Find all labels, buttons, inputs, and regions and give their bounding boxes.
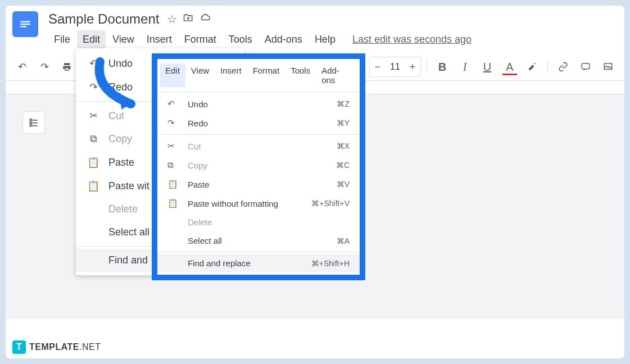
shortcut: ⌘Z xyxy=(337,99,350,108)
shortcut: ⌘+Shift+H xyxy=(311,259,350,268)
redo-button[interactable]: ↷ xyxy=(35,57,54,76)
svg-rect-5 xyxy=(30,119,31,121)
svg-rect-1 xyxy=(20,24,30,25)
odd-cut[interactable]: ✂Cut⌘X xyxy=(157,136,360,156)
insert-image-button[interactable] xyxy=(599,57,618,76)
odd-copy[interactable]: ⧉Copy⌘C xyxy=(157,156,360,175)
shortcut: ⌘A xyxy=(337,236,350,245)
font-size-control: − 11 + xyxy=(369,57,421,77)
insert-link-button[interactable] xyxy=(554,57,573,76)
menu-view[interactable]: View xyxy=(107,30,140,49)
overlay-inner: Edit View Insert Format Tools Add-ons ↶U… xyxy=(157,59,360,275)
print-button[interactable] xyxy=(57,57,76,76)
menu-insert[interactable]: Insert xyxy=(141,30,178,49)
menu-edit[interactable]: Edit xyxy=(77,30,106,49)
bold-button[interactable]: B xyxy=(433,57,452,76)
shortcut: ⌘Y xyxy=(337,119,350,128)
undo-icon: ↶ xyxy=(167,99,180,109)
odd-select-all[interactable]: Select all⌘A xyxy=(157,231,360,250)
menu-addons[interactable]: Add-ons xyxy=(259,30,308,49)
odd-find-replace[interactable]: Find and replace⌘+Shift+H xyxy=(157,254,360,272)
menu-tools[interactable]: Tools xyxy=(223,30,258,49)
odd-undo[interactable]: ↶Undo⌘Z xyxy=(157,94,360,113)
shortcut: ⌘C xyxy=(336,161,350,170)
template-logo-icon: T xyxy=(12,340,26,354)
odd-delete[interactable]: Delete xyxy=(157,213,360,231)
omenu-format[interactable]: Format xyxy=(247,63,285,87)
copy-icon: ⧉ xyxy=(87,133,99,145)
omenu-tools[interactable]: Tools xyxy=(285,63,316,87)
odd-paste[interactable]: 📋Paste⌘V xyxy=(157,175,360,194)
move-folder-icon[interactable] xyxy=(183,12,194,26)
svg-rect-9 xyxy=(30,125,31,126)
outline-toggle-button[interactable] xyxy=(22,111,45,134)
svg-rect-0 xyxy=(20,21,30,22)
redo-icon: ↷ xyxy=(167,118,180,128)
separator xyxy=(427,60,427,74)
separator xyxy=(157,134,360,135)
svg-rect-7 xyxy=(30,122,31,124)
omenu-edit[interactable]: Edit xyxy=(160,63,185,87)
tutorial-overlay: Edit View Insert Format Tools Add-ons ↶U… xyxy=(152,53,365,280)
paste-wf-icon: 📋 xyxy=(167,198,180,208)
separator xyxy=(547,60,548,74)
branding-badge: T TEMPLATE.NET xyxy=(12,340,101,354)
text-color-button[interactable]: A xyxy=(500,57,519,76)
paste-icon: 📋 xyxy=(87,156,99,169)
menu-format[interactable]: Format xyxy=(179,30,222,49)
document-title[interactable]: Sample Document xyxy=(48,11,159,27)
cloud-status-icon[interactable] xyxy=(200,12,211,26)
separator xyxy=(157,252,360,252)
omenu-view[interactable]: View xyxy=(185,63,215,87)
overlay-dropdown: ↶Undo⌘Z ↷Redo⌘Y ✂Cut⌘X ⧉Copy⌘C 📋Paste⌘V … xyxy=(157,92,360,275)
overlay-menubar: Edit View Insert Format Tools Add-ons xyxy=(157,59,360,92)
tutorial-arrow-icon xyxy=(83,56,151,118)
shortcut: ⌘X xyxy=(337,142,350,151)
italic-button[interactable]: I xyxy=(455,57,474,76)
star-icon[interactable]: ☆ xyxy=(167,12,177,26)
svg-rect-3 xyxy=(582,63,590,69)
odd-paste-wf[interactable]: 📋Paste without formatting⌘+Shift+V xyxy=(157,194,360,213)
cut-icon: ✂ xyxy=(167,141,180,151)
title-icons: ☆ xyxy=(167,12,211,26)
title-row: Sample Document ☆ xyxy=(48,11,618,27)
shortcut: ⌘V xyxy=(337,180,350,189)
underline-button[interactable]: U xyxy=(478,57,497,76)
omenu-insert[interactable]: Insert xyxy=(215,63,247,87)
title-area: Sample Document ☆ File Edit View Insert … xyxy=(48,11,618,49)
menu-bar: File Edit View Insert Format Tools Add-o… xyxy=(48,30,618,49)
font-size-increase[interactable]: + xyxy=(405,57,420,76)
font-size-value[interactable]: 11 xyxy=(386,62,405,72)
highlight-button[interactable] xyxy=(523,57,542,76)
last-edit-link[interactable]: Last edit was seconds ago xyxy=(352,34,472,46)
menu-help[interactable]: Help xyxy=(309,30,341,49)
font-size-decrease[interactable]: − xyxy=(370,57,386,76)
branding-text: TEMPLATE.NET xyxy=(29,342,101,352)
menu-file[interactable]: File xyxy=(48,30,76,49)
insert-comment-button[interactable] xyxy=(576,57,595,76)
omenu-addons[interactable]: Add-ons xyxy=(316,63,357,87)
copy-icon: ⧉ xyxy=(167,160,180,170)
shortcut: ⌘+Shift+V xyxy=(311,199,350,208)
paste-icon: 📋 xyxy=(167,179,180,189)
odd-redo[interactable]: ↷Redo⌘Y xyxy=(157,113,360,133)
docs-logo-icon[interactable] xyxy=(12,11,38,37)
header: Sample Document ☆ File Edit View Insert … xyxy=(6,6,624,49)
paste-wf-icon: 📋 xyxy=(87,180,99,192)
svg-rect-2 xyxy=(20,26,26,27)
undo-button[interactable]: ↶ xyxy=(12,57,31,76)
